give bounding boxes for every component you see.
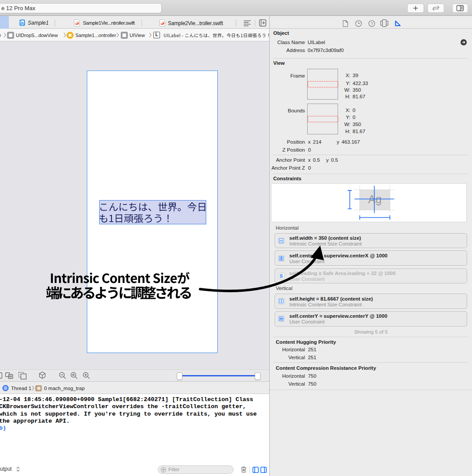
svg-text:?: ? (371, 22, 373, 26)
